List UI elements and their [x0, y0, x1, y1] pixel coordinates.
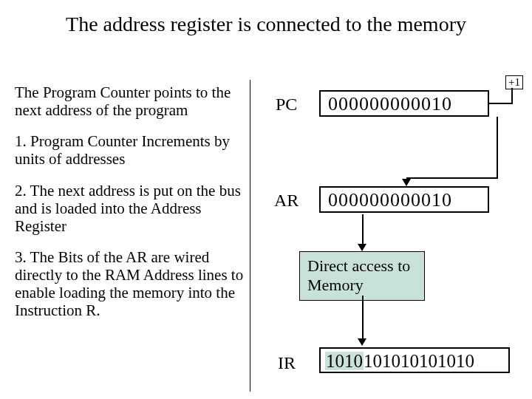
- wire-pc-to-ar-h: [406, 177, 498, 179]
- ir-highlighted-bits: 1010: [325, 352, 364, 370]
- ir-remaining-bits: 101010101010: [364, 351, 474, 371]
- ir-register-box: 1010101010101010: [319, 347, 510, 373]
- page-title: The address register is connected to the…: [0, 12, 532, 37]
- column-divider: [250, 80, 250, 392]
- step-1-text: 1. Program Counter Increments by units o…: [15, 132, 248, 168]
- increment-box: +1: [505, 75, 523, 89]
- wire-pc-to-plus1-h: [489, 103, 513, 104]
- pc-label: PC: [276, 95, 297, 115]
- intro-text: The Program Counter points to the next a…: [15, 83, 248, 119]
- step-2-text: 2. The next address is put on the bus an…: [15, 182, 248, 235]
- explanation-column: The Program Counter points to the next a…: [15, 83, 248, 333]
- ar-label: AR: [274, 191, 299, 211]
- arrow-into-ir: [358, 338, 366, 346]
- ir-label: IR: [278, 353, 296, 373]
- pc-register-box: 000000000010: [319, 90, 489, 117]
- wire-pc-to-plus1-v: [511, 88, 513, 104]
- step-3-text: 3. The Bits of the AR are wired directly…: [15, 248, 248, 320]
- arrow-into-ar: [402, 179, 411, 186]
- wire-ar-to-mem: [362, 214, 364, 245]
- wire-pc-to-ar-v: [497, 117, 498, 179]
- wire-mem-to-ir: [362, 296, 364, 340]
- memory-access-box: Direct access to Memory: [299, 251, 425, 301]
- arrow-into-mem: [358, 244, 366, 251]
- ar-register-box: 000000000010: [319, 186, 489, 213]
